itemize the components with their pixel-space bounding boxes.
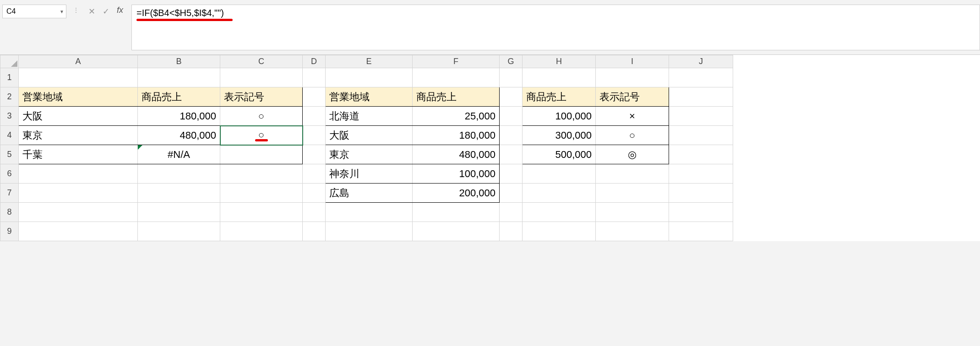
cell[interactable] [669,87,733,107]
cell[interactable] [669,126,733,145]
cell[interactable] [669,222,733,241]
cell[interactable]: 商品売上 [413,87,500,107]
cell[interactable] [303,164,326,184]
cell[interactable]: 商品売上 [138,87,220,107]
cell[interactable] [596,164,669,184]
cell[interactable] [303,87,326,107]
cell[interactable] [596,184,669,203]
cell[interactable] [220,184,303,203]
row-header[interactable]: 2 [0,87,19,107]
row-header[interactable]: 6 [0,164,19,184]
cell[interactable] [523,184,596,203]
cell[interactable]: 100,000 [523,107,596,126]
cell[interactable]: 大阪 [326,126,413,145]
cell[interactable]: 営業地域 [326,87,413,107]
row-header[interactable]: 3 [0,107,19,126]
cell[interactable]: 東京 [326,145,413,164]
col-header[interactable]: H [523,55,596,68]
cell[interactable] [220,164,303,184]
cell[interactable]: 180,000 [413,126,500,145]
cell[interactable] [220,68,303,87]
cell[interactable]: 表示記号 [596,87,669,107]
confirm-icon[interactable]: ✓ [103,6,109,16]
cell[interactable] [303,68,326,87]
cell[interactable] [500,107,523,126]
cell[interactable]: ○ [596,126,669,145]
cell[interactable] [303,107,326,126]
cell[interactable] [413,68,500,87]
cell[interactable] [326,222,413,241]
row-header[interactable]: 1 [0,68,19,87]
cell[interactable] [138,184,220,203]
cell[interactable]: 500,000 [523,145,596,164]
cell[interactable] [19,68,138,87]
cell[interactable] [500,87,523,107]
cell[interactable]: 180,000 [138,107,220,126]
cell[interactable] [326,68,413,87]
cell[interactable]: 東京 [19,126,138,145]
cell[interactable]: 広島 [326,184,413,203]
cell[interactable] [413,203,500,222]
cell[interactable]: 100,000 [413,164,500,184]
col-header[interactable]: C [220,55,303,68]
row-header[interactable]: 5 [0,145,19,164]
cell[interactable] [596,222,669,241]
cell[interactable] [303,222,326,241]
col-header[interactable]: G [500,55,523,68]
cell[interactable]: 480,000 [138,126,220,145]
cell[interactable] [523,164,596,184]
col-header[interactable]: I [596,55,669,68]
cell[interactable] [500,184,523,203]
col-header[interactable]: F [413,55,500,68]
cell[interactable] [19,222,138,241]
cell[interactable] [596,68,669,87]
cell[interactable]: 480,000 [413,145,500,164]
cell[interactable] [523,203,596,222]
cell[interactable] [303,203,326,222]
cell[interactable]: × [596,107,669,126]
cell[interactable] [220,222,303,241]
cell[interactable] [303,126,326,145]
col-header[interactable]: D [303,55,326,68]
cell[interactable] [220,145,303,164]
cell[interactable] [138,203,220,222]
row-header[interactable]: 8 [0,203,19,222]
cell[interactable]: ○ [220,107,303,126]
cell[interactable]: 大阪 [19,107,138,126]
chevron-down-icon[interactable]: ▼ [60,9,64,14]
cell[interactable] [138,68,220,87]
cell[interactable]: 200,000 [413,184,500,203]
select-all-corner[interactable] [0,55,19,68]
col-header[interactable]: E [326,55,413,68]
cell[interactable] [596,203,669,222]
row-header[interactable]: 7 [0,184,19,203]
cell[interactable]: 千葉 [19,145,138,164]
col-header[interactable]: J [669,55,733,68]
cell[interactable] [413,222,500,241]
cell[interactable] [500,68,523,87]
cell[interactable] [669,184,733,203]
cell[interactable] [500,203,523,222]
col-header[interactable]: A [19,55,138,68]
cell[interactable]: 神奈川 [326,164,413,184]
cell[interactable] [19,203,138,222]
cell[interactable] [669,145,733,164]
cell[interactable] [669,107,733,126]
cell[interactable]: 25,000 [413,107,500,126]
cell[interactable] [500,126,523,145]
name-box[interactable]: C4 ▼ [2,5,66,18]
cell[interactable] [669,68,733,87]
cell[interactable]: 営業地域 [19,87,138,107]
cell[interactable] [500,145,523,164]
cell[interactable] [669,203,733,222]
fx-icon[interactable]: fx [117,5,123,15]
cell[interactable] [523,68,596,87]
cell[interactable] [303,145,326,164]
row-header[interactable]: 9 [0,222,19,241]
cell[interactable]: 表示記号 [220,87,303,107]
cell[interactable] [19,164,138,184]
spreadsheet-grid[interactable]: A B C D E F G H I J 1 2 営業地域 商品売上 表示記号 営… [0,55,980,241]
col-header[interactable]: B [138,55,220,68]
row-header[interactable]: 4 [0,126,19,145]
cell[interactable]: 商品売上 [523,87,596,107]
